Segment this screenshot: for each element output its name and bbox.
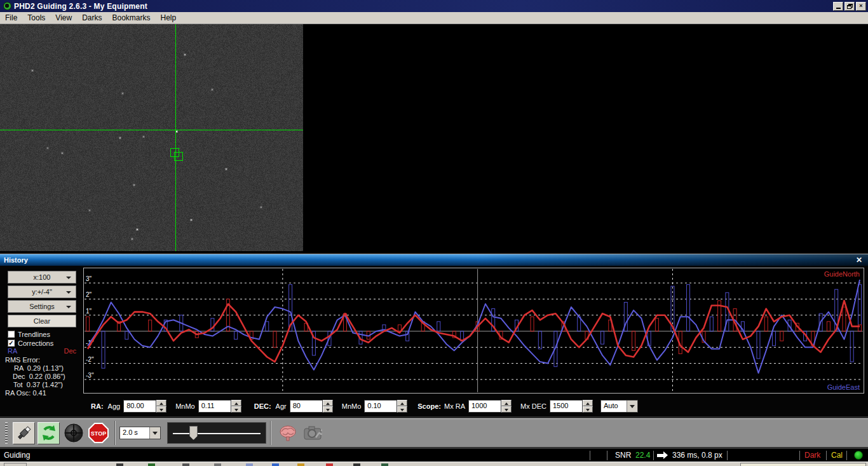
windows-taskbar-sliver[interactable] xyxy=(0,462,868,466)
stretch-slider[interactable] xyxy=(167,422,266,444)
dec-agr-label: Agr xyxy=(276,402,287,410)
svg-text:1": 1" xyxy=(86,308,92,315)
chevron-down-icon[interactable] xyxy=(149,427,160,439)
history-pane-caption: History ✕ xyxy=(0,254,868,266)
camera-settings-button[interactable] xyxy=(301,422,323,444)
taskbar-app-icon[interactable] xyxy=(353,463,360,466)
max-ra-duration-spinner[interactable]: 1000 xyxy=(468,400,512,413)
spin-up-icon[interactable] xyxy=(501,400,512,406)
taskbar-app-icon[interactable] xyxy=(116,463,123,466)
spin-down-icon[interactable] xyxy=(397,406,407,413)
spin-up-icon[interactable] xyxy=(156,400,166,406)
restore-button[interactable] xyxy=(844,2,855,11)
x-scale-dropdown[interactable]: x:100 xyxy=(8,271,76,284)
close-button[interactable]: × xyxy=(856,2,866,11)
ra-minmove-label: MnMo xyxy=(175,402,195,410)
settings-label: Settings xyxy=(29,303,55,310)
spin-up-icon[interactable] xyxy=(583,400,593,406)
ra-aggression-spinner[interactable]: 80.00 xyxy=(123,400,166,413)
max-ra-duration-value[interactable]: 1000 xyxy=(468,400,501,413)
spin-up-icon[interactable] xyxy=(231,400,241,406)
clear-button[interactable]: Clear xyxy=(8,315,76,327)
dec-aggression-spinner[interactable]: 80 xyxy=(290,400,333,413)
menu-tools[interactable]: Tools xyxy=(22,12,50,24)
taskbar-window-button[interactable] xyxy=(740,463,866,466)
settings-dropdown[interactable]: Settings xyxy=(8,300,76,313)
guide-step-text: 336 ms, 0.8 px xyxy=(672,451,722,460)
menu-darks[interactable]: Darks xyxy=(77,12,107,24)
taskbar-app-icon[interactable] xyxy=(272,463,279,466)
spin-down-icon[interactable] xyxy=(231,406,241,413)
slider-thumb[interactable] xyxy=(189,426,198,440)
dec-minmove-value[interactable]: 0.10 xyxy=(364,400,397,413)
snr-label: SNR xyxy=(615,451,631,460)
menu-help[interactable]: Help xyxy=(156,12,182,24)
toolbar-grip-handle[interactable] xyxy=(5,422,8,444)
max-dec-duration-value[interactable]: 1500 xyxy=(550,400,583,413)
dec-params-label: DEC: xyxy=(254,402,271,410)
dec-guide-mode-combo[interactable]: Auto xyxy=(600,400,638,413)
exposure-duration-combo[interactable]: 2.0 s xyxy=(119,427,161,439)
loop-exposures-icon xyxy=(40,424,58,442)
title-bar: PHD2 Guiding 2.6.3 - My Equipment × xyxy=(0,0,868,12)
status-divider xyxy=(653,451,654,460)
minimize-button[interactable] xyxy=(833,2,843,11)
status-divider xyxy=(846,451,847,460)
spin-up-icon[interactable] xyxy=(323,400,333,406)
corrections-row[interactable]: ✓ Corrections xyxy=(8,339,53,347)
svg-text:STOP: STOP xyxy=(90,430,105,437)
advanced-settings-button[interactable] xyxy=(276,422,299,444)
ra-legend-label: RA xyxy=(8,347,17,355)
menu-file[interactable]: File xyxy=(0,12,22,24)
history-graph: 3"2"1"-1"-2"-3"GuideNorthGuideEast xyxy=(83,268,864,394)
window-title: PHD2 Guiding 2.6.3 - My Equipment xyxy=(14,2,147,11)
history-close-icon[interactable]: ✕ xyxy=(854,256,864,264)
taskbar-app-icon[interactable] xyxy=(182,463,189,466)
chevron-down-icon[interactable] xyxy=(627,401,637,412)
chevron-down-icon xyxy=(66,291,71,294)
y-scale-value: y:+/-4" xyxy=(32,288,52,296)
guide-star-image[interactable] xyxy=(0,24,303,251)
loop-exposures-button[interactable] xyxy=(37,422,60,444)
menu-bookmarks[interactable]: Bookmarks xyxy=(107,12,156,24)
snr-value: 22.4 xyxy=(635,451,650,460)
dec-minmove-spinner[interactable]: 0.10 xyxy=(364,400,407,413)
spin-down-icon[interactable] xyxy=(583,406,593,413)
trendlines-row[interactable]: Trendlines xyxy=(8,330,50,338)
series-legend: RA Dec xyxy=(8,347,76,355)
spin-down-icon[interactable] xyxy=(501,406,512,413)
trendlines-checkbox[interactable] xyxy=(8,331,15,338)
dec-aggression-value[interactable]: 80 xyxy=(290,400,323,413)
spin-up-icon[interactable] xyxy=(397,400,407,406)
camera-frame-area xyxy=(0,24,868,254)
slider-track xyxy=(173,433,261,434)
guide-button[interactable] xyxy=(62,422,85,444)
status-divider xyxy=(826,451,827,460)
menu-view[interactable]: View xyxy=(50,12,77,24)
connect-equipment-button[interactable] xyxy=(13,422,35,444)
taskbar-app-icon[interactable] xyxy=(297,463,304,466)
dark-indicator: Dark xyxy=(804,451,820,460)
scope-params-label: Scope: xyxy=(417,402,441,410)
y-scale-dropdown[interactable]: y:+/-4" xyxy=(8,285,76,298)
dec-guide-mode-value: Auto xyxy=(601,401,627,412)
ra-minmove-value[interactable]: 0.11 xyxy=(198,400,231,413)
spin-down-icon[interactable] xyxy=(323,406,333,413)
connection-status-led xyxy=(854,451,863,460)
spin-down-icon[interactable] xyxy=(156,406,166,413)
taskbar-app-icon[interactable] xyxy=(381,463,388,466)
guide-params-row: RA: Agg 80.00 MnMo 0.11 DEC: Agr 80 MnMo… xyxy=(91,399,638,414)
rms-dec-value: Dec 0.22 (0.86") xyxy=(13,373,65,380)
svg-text:2": 2" xyxy=(86,291,92,298)
ra-aggression-value[interactable]: 80.00 xyxy=(123,400,156,413)
taskbar-app-icon[interactable] xyxy=(214,463,221,466)
max-dec-duration-spinner[interactable]: 1500 xyxy=(550,400,593,413)
ra-minmove-spinner[interactable]: 0.11 xyxy=(198,400,241,413)
svg-text:3": 3" xyxy=(86,275,92,282)
taskbar-start-button[interactable] xyxy=(4,463,27,466)
taskbar-app-icon[interactable] xyxy=(148,463,155,466)
taskbar-app-icon[interactable] xyxy=(326,463,333,466)
stop-button[interactable]: STOP xyxy=(87,422,109,444)
taskbar-app-icon[interactable] xyxy=(246,463,253,466)
corrections-checkbox[interactable]: ✓ xyxy=(8,339,15,346)
